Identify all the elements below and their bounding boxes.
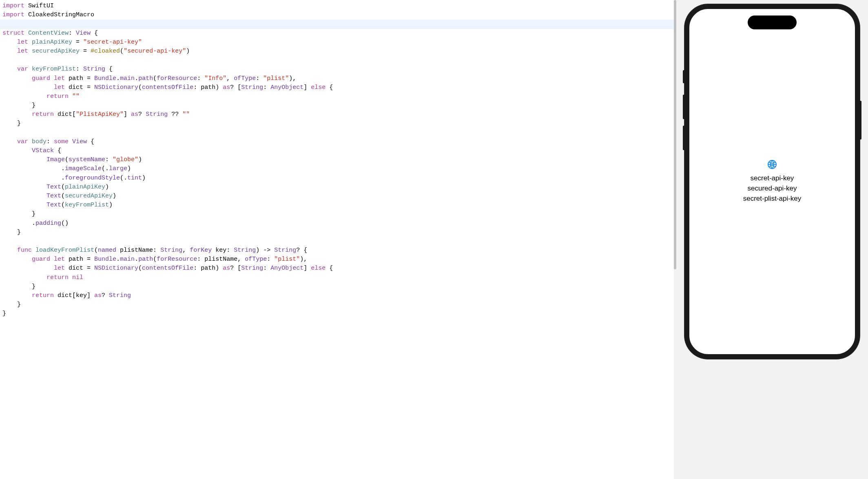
- pane-divider[interactable]: [674, 0, 676, 479]
- code-line[interactable]: import CloakedStringMacro: [0, 11, 674, 20]
- code-line[interactable]: let dict = NSDictionary(contentsOfFile: …: [0, 83, 674, 92]
- code-line[interactable]: [0, 237, 674, 246]
- code-editor[interactable]: import SwiftUI import CloakedStringMacro…: [0, 0, 674, 479]
- code-line[interactable]: }: [0, 309, 674, 318]
- code-line[interactable]: VStack {: [0, 146, 674, 155]
- code-line[interactable]: Image(systemName: "globe"): [0, 155, 674, 164]
- code-line[interactable]: [0, 56, 674, 65]
- scrollbar-thumb[interactable]: [674, 0, 676, 269]
- code-line[interactable]: Text(keyFromPlist): [0, 201, 674, 210]
- code-line[interactable]: return dict["PlistApiKey"] as? String ??…: [0, 110, 674, 119]
- code-line[interactable]: .foregroundStyle(.tint): [0, 174, 674, 183]
- silence-switch: [683, 70, 685, 83]
- code-line[interactable]: }: [0, 300, 674, 309]
- code-line[interactable]: }: [0, 119, 674, 128]
- globe-icon: [767, 160, 777, 171]
- iphone-simulator: secret-api-key secured-api-key secret-pl…: [684, 4, 860, 359]
- preview-text-2: secured-api-key: [748, 184, 797, 193]
- code-line[interactable]: var keyFromPlist: String {: [0, 65, 674, 74]
- code-line[interactable]: let dict = NSDictionary(contentsOfFile: …: [0, 264, 674, 273]
- preview-text-1: secret-api-key: [751, 174, 794, 183]
- volume-up-button: [683, 95, 685, 119]
- code-line-highlighted[interactable]: [0, 20, 674, 29]
- code-line[interactable]: return nil: [0, 273, 674, 282]
- code-line[interactable]: guard let path = Bundle.main.path(forRes…: [0, 255, 674, 264]
- code-line[interactable]: func loadKeyFromPlist(named plistName: S…: [0, 246, 674, 255]
- preview-text-3: secret-plist-api-key: [743, 194, 802, 204]
- code-line[interactable]: return "": [0, 92, 674, 101]
- code-line[interactable]: }: [0, 282, 674, 291]
- code-line[interactable]: [0, 129, 674, 137]
- code-line[interactable]: Text(plainApiKey): [0, 183, 674, 192]
- code-line[interactable]: .padding(): [0, 219, 674, 228]
- code-line[interactable]: }: [0, 228, 674, 237]
- volume-down-button: [683, 126, 685, 150]
- power-button: [859, 101, 861, 140]
- code-line[interactable]: }: [0, 101, 674, 110]
- code-line[interactable]: }: [0, 210, 674, 219]
- code-line[interactable]: var body: some View {: [0, 137, 674, 146]
- code-line[interactable]: let plainApiKey = "secret-api-key": [0, 38, 674, 47]
- preview-canvas: secret-api-key secured-api-key secret-pl…: [676, 0, 868, 479]
- code-line[interactable]: import SwiftUI: [0, 2, 674, 11]
- code-line[interactable]: guard let path = Bundle.main.path(forRes…: [0, 74, 674, 83]
- code-line[interactable]: return dict[key] as? String: [0, 291, 674, 300]
- app-preview-content: secret-api-key secured-api-key secret-pl…: [689, 9, 855, 354]
- code-line[interactable]: Text(securedApiKey): [0, 192, 674, 201]
- code-line[interactable]: let securedApiKey = #cloaked("secured-ap…: [0, 47, 674, 56]
- code-line[interactable]: struct ContentView: View {: [0, 29, 674, 38]
- code-line[interactable]: .imageScale(.large): [0, 164, 674, 173]
